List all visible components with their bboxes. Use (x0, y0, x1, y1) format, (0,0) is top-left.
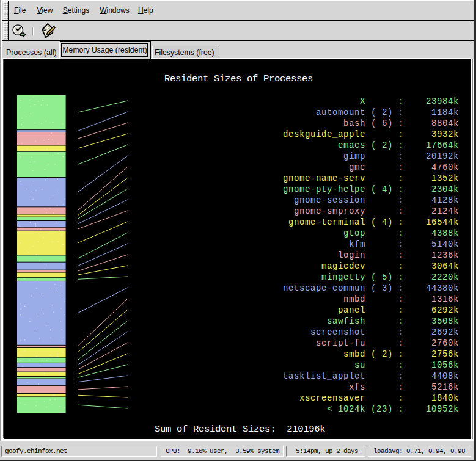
svg-text:magicdev : 3064k: magicdev : 3064k (283, 261, 459, 271)
svg-text:xfs : 5216k: xfs : 5216k (283, 382, 459, 392)
svg-text:nmbd : 1316k: nmbd : 1316k (283, 294, 459, 304)
svg-text:xscreensaver : 1840k: xscreensaver : 1840k (283, 393, 459, 403)
svg-text:tasklist_applet : 440: tasklist_applet : 4408k (283, 371, 459, 381)
svg-text:deskguide_apple : 393: deskguide_apple : 3932k (283, 129, 459, 139)
svg-text:X : 23984k: X : 23984k (283, 96, 459, 106)
svg-text:< 1024k (23) : 10952k: < 1024k (23) : 10952k (283, 404, 459, 414)
svg-text:gnome-session : 4128k: gnome-session : 4128k (283, 195, 459, 205)
svg-text:gimp : 20192k: gimp : 20192k (283, 151, 459, 161)
svg-text:gtop : 4388k: gtop : 4388k (283, 228, 459, 238)
svg-text:automount ( 2) : 1184k: automount ( 2) : 1184k (283, 107, 459, 117)
svg-text:emacs ( 2) : 17664k: emacs ( 2) : 17664k (283, 140, 459, 150)
svg-text:login : 1236k: login : 1236k (283, 250, 459, 260)
svg-text:sawfish : 3508k: sawfish : 3508k (283, 316, 459, 326)
svg-text:mingetty ( 5) : 2220k: mingetty ( 5) : 2220k (283, 272, 459, 282)
svg-text:gnome-smproxy : 2124k: gnome-smproxy : 2124k (283, 206, 459, 216)
svg-text:su : 1056k: su : 1056k (283, 360, 459, 370)
svg-text:panel : 6292k: panel : 6292k (283, 305, 459, 315)
svg-text:gmc : 4760k: gmc : 4760k (283, 162, 459, 172)
svg-text:gnome-terminal ( 4) : 16544: gnome-terminal ( 4) : 16544k (283, 217, 459, 227)
svg-text:Sum of Resident Sizes: 210196: Sum of Resident Sizes: 210196k (155, 424, 325, 435)
svg-text:smbd ( 2) : 2756k: smbd ( 2) : 2756k (283, 349, 459, 359)
svg-text:screenshot : 2692k: screenshot : 2692k (283, 327, 459, 337)
svg-text:kfm : 5140k: kfm : 5140k (283, 239, 459, 249)
svg-text:bash ( 6) : 8804k: bash ( 6) : 8804k (283, 118, 459, 128)
svg-text:gnome-pty-helpe ( 4) : 230: gnome-pty-helpe ( 4) : 2304k (283, 184, 459, 194)
svg-text:script-fu : 2760k: script-fu : 2760k (283, 338, 459, 348)
svg-text:Resident Sizes of Processes: Resident Sizes of Processes (164, 73, 313, 84)
svg-text:netscape-commun ( 3) : 4438: netscape-commun ( 3) : 44380k (283, 283, 459, 293)
svg-text:gnome-name-serv : 135: gnome-name-serv : 1352k (283, 173, 459, 183)
